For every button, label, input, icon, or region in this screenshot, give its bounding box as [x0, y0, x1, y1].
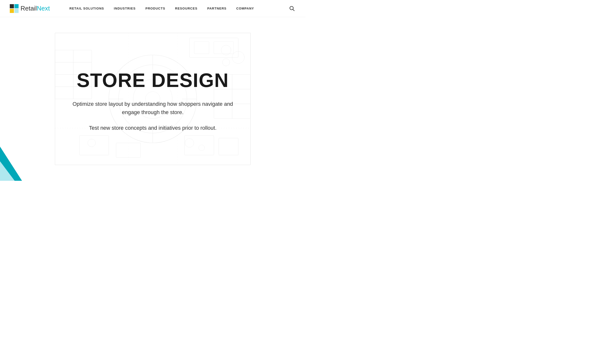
nav-item-company[interactable]: COMPANY: [231, 7, 259, 10]
search-button[interactable]: [288, 5, 296, 12]
nav-item-retail-solutions[interactable]: RETAIL SOLUTIONS: [65, 7, 109, 10]
nav-item-partners[interactable]: PARTNERS: [202, 7, 231, 10]
hero-section: STORE DESIGN Optimize store layout by un…: [0, 17, 306, 181]
logo-text: RetailNext: [21, 5, 50, 12]
search-icon: [289, 6, 295, 11]
svg-rect-16: [194, 41, 209, 54]
hero-title: STORE DESIGN: [72, 71, 233, 90]
nav-item-industries[interactable]: INDUSTRIES: [109, 7, 141, 10]
nav-item-products[interactable]: PRODUCTS: [141, 7, 170, 10]
svg-rect-28: [116, 143, 141, 157]
svg-point-35: [199, 145, 205, 151]
logo[interactable]: RetailNext: [10, 4, 50, 13]
corner-decoration: [0, 132, 29, 181]
hero-description-1: Optimize store layout by understanding h…: [72, 100, 233, 117]
logo-icon: [10, 4, 19, 13]
nav-item-resources[interactable]: RESOURCES: [170, 7, 202, 10]
svg-rect-1: [14, 4, 19, 8]
svg-rect-3: [14, 9, 19, 13]
header: RetailNext RETAIL SOLUTIONSINDUSTRIESPRO…: [0, 0, 306, 17]
svg-rect-17: [214, 41, 233, 54]
svg-point-31: [221, 45, 231, 55]
hero-description-2: Test new store concepts and initiatives …: [72, 124, 233, 132]
main-nav: RETAIL SOLUTIONSINDUSTRIESPRODUCTSRESOUR…: [65, 7, 288, 10]
svg-rect-0: [10, 4, 14, 8]
svg-rect-2: [10, 9, 14, 13]
svg-line-5: [293, 9, 294, 11]
hero-content: STORE DESIGN Optimize store layout by un…: [67, 56, 238, 142]
